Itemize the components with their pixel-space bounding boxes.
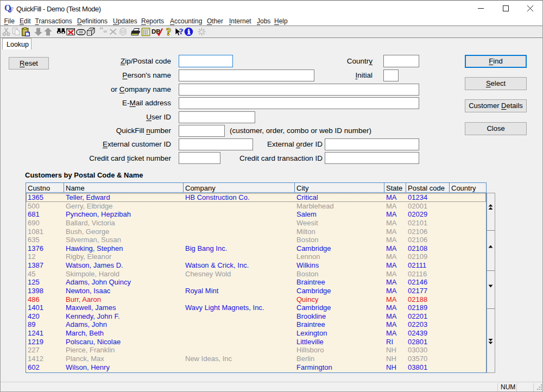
svg-text:?: ? xyxy=(166,27,171,36)
svg-text:“: “ xyxy=(103,28,108,36)
svg-text:?: ? xyxy=(179,27,184,36)
